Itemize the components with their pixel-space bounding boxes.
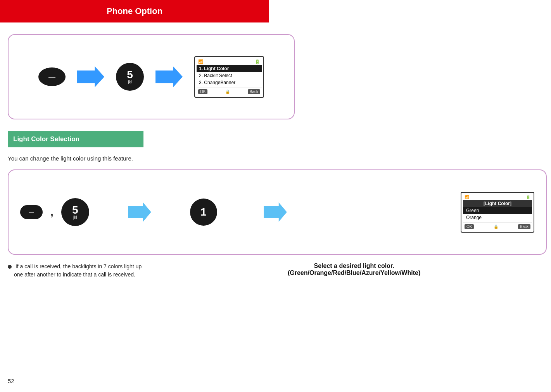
blue-arrow-icon-2 xyxy=(155,66,183,87)
signal-icon: 📶 xyxy=(198,59,204,64)
phone-back-button-icon xyxy=(38,67,66,86)
phone-back-button-sm-icon xyxy=(20,205,43,219)
screen2-bottom-bar: OK 🔒 Back xyxy=(463,223,532,230)
screen2-back-btn: Back xyxy=(518,224,530,229)
battery-icon-2: 🔋 xyxy=(526,195,530,199)
menu-item-3: 3. ChangeBanner xyxy=(197,79,262,86)
blue-arrow-icon-4 xyxy=(264,202,287,222)
note-left-line2: one after another to indicate that a cal… xyxy=(14,271,135,278)
color-item-orange: Orange xyxy=(463,214,532,221)
blue-arrow-icon-1 xyxy=(77,66,104,87)
diagram-box-1: 5 jkl 📶 🔋 1. Light Color 2. Backlit Sele… xyxy=(8,34,295,119)
screen2-top-bar: 📶 🔋 xyxy=(463,194,532,200)
num-5-label-2: 5 xyxy=(72,205,78,216)
note-right-text: Select a desired light color.(Green/Oran… xyxy=(288,262,420,276)
num-5-sublabel-2: jkl xyxy=(73,216,77,219)
screen2-title: [Light Color] xyxy=(463,200,532,207)
note-left-line1: If a call is received, the backlights in… xyxy=(16,263,142,269)
number-1-button: 1 xyxy=(190,199,217,226)
num-1-label: 1 xyxy=(200,206,207,218)
phone-screen-1: 📶 🔋 1. Light Color 2. Backlit Select 3. … xyxy=(194,56,264,98)
color-item-green: Green xyxy=(463,207,532,214)
screen-icon: 🔒 xyxy=(225,90,230,94)
screen-bottom-bar: OK 🔒 Back xyxy=(197,88,262,95)
num-5-sublabel: jkl xyxy=(128,80,131,84)
screen2-ok-btn: OK xyxy=(465,224,474,229)
diagram-box-2: , 5 jkl 1 📶 🔋 [Light Color] Green Orange… xyxy=(8,169,547,255)
menu-item-1: 1. Light Color xyxy=(197,65,262,72)
blue-arrow-icon-3 xyxy=(128,202,151,222)
description-text: You can change the light color using thi… xyxy=(8,155,543,162)
notes-row: If a call is received, the backlights in… xyxy=(8,262,543,279)
screen-back-btn: Back xyxy=(248,89,260,94)
page-header: Phone Option xyxy=(0,0,269,22)
signal-icon-2: 📶 xyxy=(465,195,469,199)
note-left: If a call is received, the backlights in… xyxy=(8,262,142,279)
screen2-icon: 🔒 xyxy=(494,224,498,229)
number-5-button: 5 jkl xyxy=(116,63,144,91)
section-label: Light Color Selection xyxy=(13,135,79,143)
page-title: Phone Option xyxy=(107,6,162,16)
num-5-label: 5 xyxy=(127,69,133,80)
number-5-button-2: 5 jkl xyxy=(61,198,89,226)
screen-top-bar: 📶 🔋 xyxy=(197,59,262,65)
page-number: 52 xyxy=(8,378,14,384)
comma-separator: , xyxy=(50,206,54,218)
phone-screen-2: 📶 🔋 [Light Color] Green Orange OK 🔒 Back xyxy=(461,192,534,233)
section-header: Light Color Selection xyxy=(8,131,143,147)
menu-item-2: 2. Backlit Select xyxy=(197,72,262,79)
screen-ok-btn: OK xyxy=(198,89,207,94)
bullet-icon xyxy=(8,265,12,269)
battery-icon: 🔋 xyxy=(255,59,260,64)
note-right: Select a desired light color.(Green/Oran… xyxy=(165,262,543,276)
